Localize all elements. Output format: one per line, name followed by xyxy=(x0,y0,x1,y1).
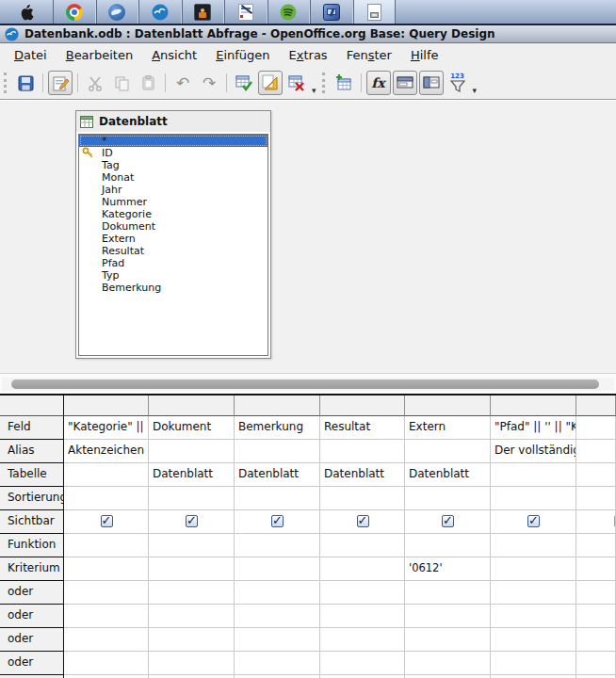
oder-cell[interactable] xyxy=(491,605,576,628)
column-header[interactable] xyxy=(576,396,616,416)
visible-checkbox[interactable] xyxy=(271,515,284,527)
visible-checkbox[interactable] xyxy=(186,515,198,527)
tabelle-cell[interactable]: Datenblatt xyxy=(320,463,405,487)
appbar-chrome[interactable] xyxy=(53,0,96,24)
appbar-spotify[interactable] xyxy=(267,0,311,24)
feld-cell[interactable]: Bemerkung xyxy=(235,416,320,440)
menu-datei[interactable]: Datei xyxy=(6,46,56,64)
sortierung-cell[interactable] xyxy=(235,487,320,510)
oder-cell[interactable] xyxy=(149,652,235,675)
oder-cell[interactable] xyxy=(64,652,149,675)
alias-cell[interactable] xyxy=(320,440,405,463)
field-item[interactable]: Monat xyxy=(79,171,267,184)
field-item-id[interactable]: ID xyxy=(79,147,267,159)
toolbar-grip[interactable] xyxy=(322,73,327,93)
funktion-cell[interactable] xyxy=(491,534,576,557)
kriterium-cell[interactable] xyxy=(149,557,235,581)
run-query-button[interactable] xyxy=(232,71,256,95)
oder-cell[interactable] xyxy=(405,605,491,628)
field-item[interactable]: Typ xyxy=(79,269,267,282)
tabelle-cell[interactable]: Datenblatt xyxy=(149,463,235,487)
feld-cell[interactable] xyxy=(576,416,616,440)
toolbar-overflow-icon[interactable]: ▾ xyxy=(312,86,316,95)
field-item[interactable]: Nummer xyxy=(79,196,267,208)
sortierung-cell[interactable] xyxy=(149,487,235,510)
field-item[interactable]: Resultat xyxy=(79,245,267,257)
funktion-cell[interactable] xyxy=(64,534,149,557)
menu-hilfe[interactable]: Hilfe xyxy=(402,46,447,64)
datenblatt-table-window[interactable]: Datenblatt * ID Tag Monat Jahr Nummer Ka… xyxy=(75,110,271,359)
alias-cell[interactable]: Aktenzeichen xyxy=(64,440,149,463)
save-button[interactable] xyxy=(13,71,38,95)
alias-button[interactable] xyxy=(419,71,444,95)
design-view-button[interactable] xyxy=(258,71,283,95)
oder-cell[interactable] xyxy=(405,581,491,605)
oder-cell[interactable] xyxy=(491,628,576,652)
oder-cell[interactable] xyxy=(320,605,405,628)
appbar-display-app[interactable] xyxy=(310,0,353,24)
window-titlebar[interactable]: Datenbank.odb : Datenblatt Abfrage - Ope… xyxy=(0,25,616,43)
field-item[interactable]: Pfad xyxy=(79,257,267,269)
appbar-base-document[interactable] xyxy=(353,0,397,24)
funktion-cell[interactable] xyxy=(320,534,405,557)
oder-cell[interactable] xyxy=(576,605,616,628)
toolbar-grip[interactable] xyxy=(4,73,8,93)
oder-cell[interactable] xyxy=(491,581,576,605)
table-name-button[interactable] xyxy=(393,71,417,95)
menu-einfuegen[interactable]: Einfügen xyxy=(207,46,278,64)
add-table-button[interactable] xyxy=(332,71,356,95)
oder-cell[interactable] xyxy=(235,581,320,605)
sortierung-cell[interactable] xyxy=(320,487,405,510)
oder-cell[interactable] xyxy=(235,628,320,652)
oder-cell[interactable] xyxy=(320,652,405,675)
funktion-cell[interactable] xyxy=(576,534,616,557)
field-item[interactable]: Tag xyxy=(79,159,267,171)
tabelle-cell[interactable]: Datenblatt xyxy=(235,463,320,487)
field-item[interactable]: Bemerkung xyxy=(79,282,267,294)
menu-ansicht[interactable]: Ansicht xyxy=(143,46,205,64)
oder-cell[interactable] xyxy=(64,605,149,628)
column-header[interactable] xyxy=(320,396,405,416)
funktion-cell[interactable] xyxy=(149,534,235,557)
distinct-values-button[interactable]: 123 xyxy=(446,71,470,95)
oder-cell[interactable] xyxy=(491,652,576,675)
menu-fenster[interactable]: Fenster xyxy=(338,46,400,64)
alias-cell[interactable] xyxy=(576,440,616,463)
sortierung-cell[interactable] xyxy=(64,487,149,510)
column-header[interactable] xyxy=(405,396,491,416)
visible-checkbox[interactable] xyxy=(101,515,113,527)
apple-menu[interactable] xyxy=(0,0,53,24)
appbar-document-app[interactable] xyxy=(224,0,267,24)
oder-cell[interactable] xyxy=(576,581,616,605)
oder-cell[interactable] xyxy=(405,652,491,675)
sortierung-cell[interactable] xyxy=(405,487,491,510)
appbar-dark-app[interactable] xyxy=(182,0,225,24)
kriterium-cell[interactable]: '0612' xyxy=(405,557,491,581)
alias-cell[interactable] xyxy=(149,440,235,463)
feld-cell[interactable]: Resultat xyxy=(320,416,405,440)
horizontal-scrollbar[interactable] xyxy=(2,378,614,391)
clear-query-button[interactable] xyxy=(284,71,309,95)
oder-cell[interactable] xyxy=(149,581,235,605)
tabelle-cell[interactable] xyxy=(491,463,576,487)
alias-cell[interactable] xyxy=(405,440,491,463)
kriterium-cell[interactable] xyxy=(320,557,405,581)
funktion-cell[interactable] xyxy=(405,534,491,557)
kriterium-cell[interactable] xyxy=(235,557,320,581)
kriterium-cell[interactable] xyxy=(576,557,616,581)
column-header[interactable] xyxy=(491,396,576,416)
appbar-thunderbird[interactable] xyxy=(96,0,139,24)
scrollbar-thumb[interactable] xyxy=(11,379,599,389)
sortierung-cell[interactable] xyxy=(576,487,616,510)
feld-cell[interactable]: "Pfad" || '' || "Kate xyxy=(491,416,576,440)
tabelle-cell[interactable] xyxy=(64,463,149,487)
oder-cell[interactable] xyxy=(576,628,616,652)
visible-checkbox[interactable] xyxy=(442,515,454,527)
oder-cell[interactable] xyxy=(64,628,149,652)
visible-checkbox[interactable] xyxy=(357,515,369,527)
table-window-header[interactable]: Datenblatt xyxy=(76,111,270,132)
field-item[interactable]: Extern xyxy=(79,233,267,245)
feld-cell[interactable]: Extern xyxy=(405,416,491,440)
tabelle-cell[interactable] xyxy=(576,463,616,487)
menu-extras[interactable]: Extras xyxy=(281,46,336,64)
